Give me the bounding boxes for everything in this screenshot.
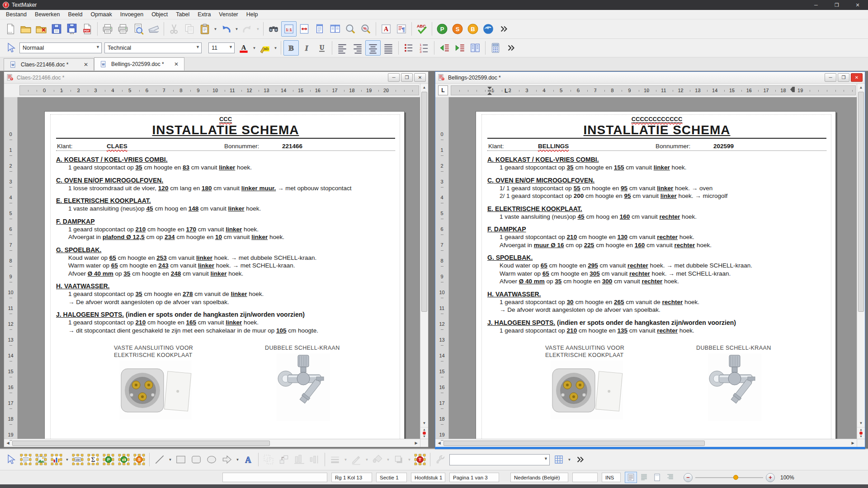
save-all-button[interactable]: [64, 21, 80, 37]
scroll-left-icon[interactable]: ◀: [4, 441, 12, 445]
restore-icon[interactable]: ❐: [401, 73, 413, 82]
fit-page-width-button[interactable]: [297, 21, 312, 37]
open-document-button[interactable]: [18, 21, 33, 37]
chevron-down-icon[interactable]: ▼: [234, 21, 240, 37]
zoom-slider[interactable]: [695, 477, 763, 478]
browse-select-icon[interactable]: [423, 432, 426, 435]
menu-bewerken[interactable]: Bewerken: [31, 10, 64, 19]
scroll-left-icon[interactable]: ◀: [435, 441, 443, 445]
view-two-pages-button[interactable]: [327, 21, 343, 37]
menu-beeld[interactable]: Beeld: [64, 10, 86, 19]
menu-venster[interactable]: Venster: [215, 10, 242, 19]
menu-bestand[interactable]: Bestand: [2, 10, 31, 19]
new-document-button[interactable]: [3, 21, 18, 37]
web-browser-button[interactable]: [481, 21, 496, 37]
presentations-button[interactable]: S: [450, 21, 465, 37]
menu-invoegen[interactable]: Invoegen: [116, 10, 147, 19]
indent-marker[interactable]: [487, 87, 492, 96]
columns-button[interactable]: [467, 40, 483, 56]
export-pdf-button[interactable]: PDF: [80, 21, 95, 37]
scroll-up-icon[interactable]: ▲: [857, 84, 865, 91]
menu-help[interactable]: Help: [242, 10, 262, 19]
font-size-select[interactable]: 11▼: [208, 42, 235, 53]
chevron-down-icon[interactable]: ▼: [235, 452, 241, 467]
draw-rounded-rectangle-button[interactable]: [189, 452, 204, 467]
bullet-list-button[interactable]: [401, 40, 416, 56]
menu-object[interactable]: Object: [147, 10, 172, 19]
document-canvas[interactable]: CCCINSTALLATIE SCHEMAKlant:CLAESBonnumme…: [18, 97, 420, 439]
draw-line-button[interactable]: [152, 452, 167, 467]
minimize-icon[interactable]: ─: [825, 73, 836, 82]
paste-button[interactable]: [197, 21, 212, 37]
horizontal-scrollbar[interactable]: ◀▶: [435, 439, 857, 447]
browse-next-icon[interactable]: ▼: [423, 435, 426, 438]
right-indent-marker[interactable]: [790, 87, 795, 94]
browse-previous-icon[interactable]: ▲: [859, 428, 863, 431]
view-master-button[interactable]: [638, 472, 650, 483]
fill-color-button[interactable]: [370, 452, 385, 467]
menu-tabel[interactable]: Tabel: [172, 10, 193, 19]
insert-chart-frame-button[interactable]: [49, 452, 64, 467]
increase-indent-button[interactable]: [452, 40, 467, 56]
redo-button[interactable]: [240, 21, 255, 37]
quick-print-button[interactable]: [115, 21, 131, 37]
chevron-down-icon[interactable]: ▼: [385, 452, 391, 467]
insert-text-frame-button[interactable]: [18, 452, 33, 467]
close-icon[interactable]: ✕: [84, 61, 88, 68]
insert-formula-button[interactable]: Σ: [85, 452, 101, 467]
close-document-button[interactable]: [33, 21, 49, 37]
chevron-down-icon[interactable]: ▼: [364, 452, 370, 467]
document-window-claes[interactable]: TClaes-221466.doc *─❐✕012345678910111213…: [4, 71, 429, 447]
paragraph-style-select[interactable]: Normaal▼: [19, 42, 102, 53]
align-objects-button[interactable]: [292, 452, 307, 467]
minimize-icon[interactable]: ─: [806, 0, 826, 10]
line-style-button[interactable]: [327, 452, 343, 467]
calculate-button[interactable]: [488, 40, 503, 56]
vertical-scroll-thumb[interactable]: [421, 92, 427, 312]
underline-button[interactable]: U: [314, 40, 330, 56]
chevron-down-icon[interactable]: ▼: [273, 40, 278, 56]
object-mode-button[interactable]: [3, 40, 18, 56]
document-canvas[interactable]: CCCCCCCCCCCCINSTALLATIE SCHEMAKlant:BELL…: [449, 97, 857, 439]
close-icon[interactable]: ✕: [174, 61, 179, 67]
zoom-percent-button[interactable]: %: [358, 21, 373, 37]
find-button[interactable]: [266, 21, 281, 37]
zoom-in-button[interactable]: +: [766, 473, 775, 482]
document-tab-0[interactable]: WClaes-221466.doc *✕: [4, 58, 94, 70]
zoom-out-button[interactable]: −: [684, 473, 693, 482]
decrease-indent-button[interactable]: [437, 40, 452, 56]
tab-stop-marker[interactable]: L: [505, 88, 508, 94]
distribute-objects-button[interactable]: [307, 452, 322, 467]
object-properties-button[interactable]: [433, 452, 448, 467]
cut-button[interactable]: [166, 21, 182, 37]
zoom-actual-size-button[interactable]: 1:1: [281, 21, 297, 37]
close-icon[interactable]: ✕: [847, 0, 868, 10]
chevron-down-icon[interactable]: ▼: [251, 40, 257, 56]
chevron-down-icon[interactable]: ▼: [566, 452, 572, 467]
menu-extra[interactable]: Extra: [193, 10, 215, 19]
insert-presentation-button[interactable]: S: [132, 452, 147, 467]
bold-button[interactable]: B: [283, 40, 299, 56]
object-order-button[interactable]: [276, 452, 292, 467]
font-color-button[interactable]: A: [236, 40, 251, 56]
object-name-combo[interactable]: ▼: [449, 454, 550, 465]
horizontal-scroll-thumb[interactable]: [443, 441, 705, 446]
horizontal-scrollbar[interactable]: ◀▶: [4, 439, 420, 447]
horizontal-ruler[interactable]: L12345678910111213141516171819L: [435, 84, 857, 97]
document-window-bellings[interactable]: TBellings-202599.doc *─❐✕L12345678910111…: [435, 71, 865, 449]
horizontal-scroll-thumb[interactable]: [12, 441, 270, 446]
insert-textart-button[interactable]: A: [241, 452, 256, 467]
view-one-page-button[interactable]: [312, 21, 327, 37]
toolbar-overflow-button[interactable]: [572, 452, 588, 467]
spell-check-button[interactable]: ABC: [414, 21, 429, 37]
document-page[interactable]: CCCCCCCCCCCCINSTALLATIE SCHEMAKlant:BELL…: [476, 111, 836, 439]
group-objects-button[interactable]: [261, 452, 276, 467]
draw-autoshape-button[interactable]: [219, 452, 235, 467]
vertical-ruler[interactable]: 012345678910111213141516171819: [4, 97, 18, 439]
browse-select-icon[interactable]: [859, 432, 863, 435]
planmaker-button[interactable]: P: [434, 21, 450, 37]
view-outline-button[interactable]: [664, 472, 676, 483]
character-dialog-button[interactable]: A: [378, 21, 394, 37]
save-button[interactable]: [49, 21, 64, 37]
scan-button[interactable]: [146, 21, 161, 37]
